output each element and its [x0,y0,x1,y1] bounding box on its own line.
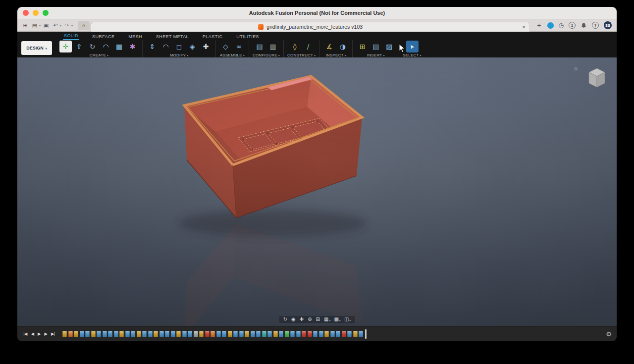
timeline-feature-icon[interactable] [285,331,289,337]
undo-icon[interactable]: ↶ [52,21,59,30]
timeline-feature-icon[interactable] [233,331,238,337]
timeline-feature-icon[interactable] [154,331,158,337]
timeline-feature-icon[interactable] [330,331,335,337]
timeline-feature-icon[interactable] [313,331,317,337]
revolve-icon[interactable]: ↻ [86,41,99,52]
press-pull-icon[interactable]: ⇕ [146,41,158,52]
timeline-feature-icon[interactable] [142,331,147,337]
timeline-feature-icon[interactable] [91,331,96,337]
timeline-feature-icon[interactable] [205,331,210,337]
timeline-feature-icon[interactable] [359,331,363,337]
timeline-feature-icon[interactable] [103,331,107,337]
view-cube[interactable]: ⌂ [574,64,610,93]
extrude-icon[interactable]: ⇧ [73,41,85,52]
data-panel-icon[interactable]: ⊞ [21,21,29,30]
timeline-feature-icon[interactable] [80,331,84,337]
combine-icon[interactable]: ◈ [186,41,199,52]
user-avatar[interactable]: SS [604,21,612,29]
insert-mcmaster-icon[interactable]: ▤ [370,41,382,52]
save-icon[interactable]: ▣ [42,21,50,30]
tab-solid[interactable]: SOLID [63,33,79,40]
orbit-icon[interactable]: ↻ [283,317,288,322]
timeline-feature-icon[interactable] [324,331,329,337]
redo-caret-icon[interactable]: ▾ [71,24,73,27]
timeline-feature-icon[interactable] [68,331,73,337]
timeline-feature-icon[interactable] [319,331,323,337]
timeline-playhead[interactable] [365,329,367,339]
fillet-icon[interactable]: ◠ [159,41,172,52]
tab-utilities[interactable]: UTILITIES [235,34,260,40]
measure-icon[interactable]: ∡ [323,41,335,52]
shell-icon[interactable]: ◻ [173,41,185,52]
timeline-feature-icon[interactable] [188,331,192,337]
play-button[interactable]: ▶ [37,331,42,336]
timeline-feature-icon[interactable] [131,331,135,337]
timeline-feature-icon[interactable] [194,331,198,337]
timeline-feature-icon[interactable] [216,331,221,337]
timeline-feature-icon[interactable] [165,331,169,337]
timeline-feature-icon[interactable] [251,331,255,337]
timeline-feature-icon[interactable] [267,331,272,337]
tab-close-icon[interactable]: × [522,23,526,32]
pattern-icon[interactable]: ▦ [113,41,125,52]
document-tab[interactable]: gridfinity_parametric_more_features v103… [91,22,530,32]
home-view-icon[interactable]: ⌂ [574,65,578,72]
insert-derive-icon[interactable]: ⊞ [356,41,369,52]
timeline-feature-icon[interactable] [308,331,312,337]
construct-dropdown[interactable]: CONSTRUCT▾ [287,53,316,57]
timeline-feature-icon[interactable] [296,331,301,337]
create-sketch-icon[interactable]: ✛ [59,41,72,52]
timeline-feature-icon[interactable] [279,331,283,337]
model-3d[interactable] [17,57,617,326]
timeline-feature-icon[interactable] [182,331,187,337]
file-menu-caret-icon[interactable]: ▾ [39,24,41,27]
timeline-feature-icon[interactable] [171,331,175,337]
timeline-feature-icon[interactable] [148,331,153,337]
sweep-icon[interactable]: ◠ [100,41,112,52]
timeline-feature-icon[interactable] [74,331,78,337]
timeline-feature-icon[interactable] [85,331,90,337]
redo-icon[interactable]: ↷ [63,21,71,30]
tab-mesh[interactable]: MESH [127,34,143,40]
help-icon[interactable]: ? [592,22,599,29]
file-menu-icon[interactable]: ▤ [31,21,39,30]
home-tab[interactable]: ⌂ [78,21,90,30]
configure-features-icon[interactable]: ▥ [267,41,279,52]
tab-sheet-metal[interactable]: SHEET METAL [155,34,190,40]
tab-surface[interactable]: SURFACE [91,34,115,40]
timeline-feature-icon[interactable] [336,331,340,337]
undo-caret-icon[interactable]: ▾ [60,24,61,27]
timeline-feature-icon[interactable] [137,331,141,337]
construct-axis-icon[interactable]: ∕ [302,41,315,52]
step-forward-button[interactable]: ▶ [44,331,49,336]
zoom-icon[interactable]: ⊕ [308,317,312,322]
look-at-icon[interactable]: ◉ [291,317,296,322]
assemble-dropdown[interactable]: ASSEMBLE▾ [220,53,245,57]
timeline-feature-icon[interactable] [239,331,244,337]
timeline-feature-icon[interactable] [176,331,181,337]
go-to-end-button[interactable]: ▶| [50,331,55,336]
timeline-feature-icon[interactable] [347,331,352,337]
create-form-icon[interactable]: ✱ [126,41,139,52]
notifications-bell-icon[interactable] [581,22,587,29]
offset-plane-icon[interactable]: ◊ [289,41,301,52]
timeline-feature-icon[interactable] [228,331,232,337]
create-dropdown[interactable]: CREATE▾ [90,53,108,57]
move-copy-icon[interactable]: ✚ [200,41,212,52]
configure-dropdown[interactable]: CONFIGURE▾ [253,53,280,57]
timeline-feature-icon[interactable] [199,331,204,337]
configuration-table-icon[interactable]: ▤ [254,41,266,52]
timeline-feature-icon[interactable] [256,331,261,337]
modify-dropdown[interactable]: MODIFY▾ [170,53,189,57]
tab-plastic[interactable]: PLASTIC [202,34,223,40]
timeline-feature-icon[interactable] [114,331,118,337]
timeline-feature-icon[interactable] [353,331,358,337]
minimize-window-button[interactable] [33,10,39,16]
timeline-feature-icon[interactable] [211,331,215,337]
zoom-window-button[interactable] [43,10,49,16]
display-settings-icon[interactable]: ▦ ▾ [324,317,330,322]
timeline-feature-icon[interactable] [273,331,278,337]
pan-icon[interactable]: ✚ [300,317,304,322]
viewport-canvas[interactable]: ⌂ ↻ ◉ ✚ [17,57,617,326]
timeline-settings-icon[interactable]: ⚙ [606,330,612,338]
